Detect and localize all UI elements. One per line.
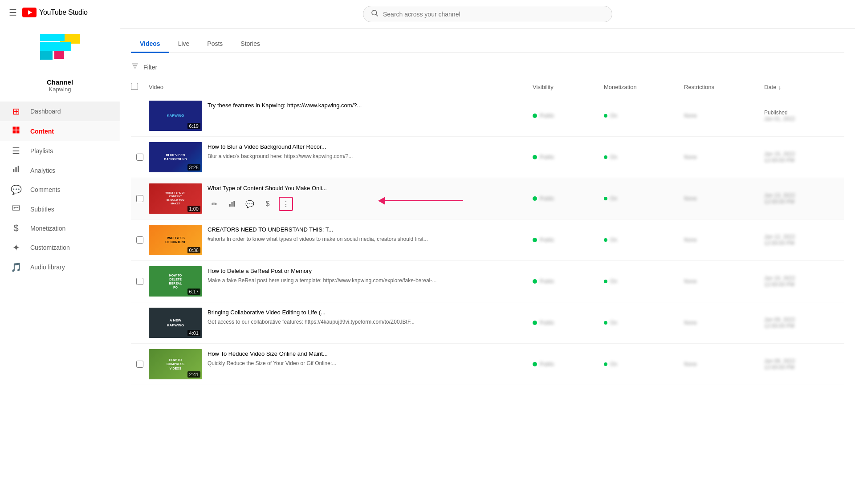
sidebar-item-customization[interactable]: ✦ Customization xyxy=(0,238,120,257)
visibility-dot xyxy=(533,114,537,118)
row-checkbox[interactable] xyxy=(136,236,143,244)
thumbnail: TWO TYPESOF CONTENT 0:36 xyxy=(149,225,202,255)
row-checkbox[interactable] xyxy=(136,278,143,285)
visibility-cell: Public xyxy=(533,195,604,202)
monetization-dot xyxy=(604,280,607,283)
svg-rect-2 xyxy=(13,127,16,130)
video-desc: #shorts In order to know what types of v… xyxy=(208,236,428,243)
monetization-cell: On xyxy=(604,320,684,326)
date-cell: Jan 15, 2022 12:00:00 PM xyxy=(764,151,844,163)
tab-posts[interactable]: Posts xyxy=(198,36,232,53)
thumbnail: KAPWING 6:19 xyxy=(149,101,202,131)
visibility-dot xyxy=(533,196,537,201)
svg-rect-11 xyxy=(16,207,19,208)
search-input[interactable] xyxy=(383,11,605,18)
monetization-cell: On xyxy=(604,195,684,202)
tab-live[interactable]: Live xyxy=(169,36,199,53)
visibility-cell: Public xyxy=(533,154,604,160)
video-info: How to Blur a Video Background After Rec… xyxy=(208,142,353,160)
sidebar-item-dashboard[interactable]: ⊞ Dashboard xyxy=(0,102,120,121)
avatar-block-cyan-top xyxy=(40,34,65,41)
video-title: How To Reduce Video Size Online and Main… xyxy=(208,350,336,358)
header-restrictions: Restrictions xyxy=(684,84,764,90)
audio-library-icon: 🎵 xyxy=(11,262,21,272)
hamburger-icon[interactable]: ☰ xyxy=(9,7,17,18)
restrictions-cell: None xyxy=(684,113,764,119)
tab-stories[interactable]: Stories xyxy=(232,36,269,53)
sidebar-item-content[interactable]: Content xyxy=(0,121,120,141)
thumbnail: WHAT TYPE OFCONTENTSHOULD YOUMAKE? 1:00 xyxy=(149,183,202,214)
visibility-cell: Public xyxy=(533,278,604,285)
search-box[interactable] xyxy=(363,6,612,22)
visibility-dot xyxy=(533,238,537,242)
video-cell: HOW TODELETEBEREALPO 6:17 How to Delete … xyxy=(149,266,533,297)
analytics-icon xyxy=(11,165,21,175)
monetization-button[interactable]: $ xyxy=(261,197,274,211)
date-cell: Jan 08, 2022 12:00:00 PM xyxy=(764,358,844,370)
sidebar-item-audio-library[interactable]: 🎵 Audio library xyxy=(0,257,120,277)
svg-rect-5 xyxy=(16,130,20,134)
svg-rect-12 xyxy=(14,209,15,210)
row-checkbox-cell xyxy=(131,361,149,368)
edit-button[interactable]: ✏ xyxy=(208,197,221,211)
sidebar-item-monetization[interactable]: $ Monetization xyxy=(0,219,120,238)
monetization-cell: On xyxy=(604,237,684,243)
video-info: Bringing Collaborative Video Editing to … xyxy=(208,308,415,326)
sidebar-item-analytics[interactable]: Analytics xyxy=(0,161,120,180)
thumbnail-label: KAPWING xyxy=(165,112,186,120)
svg-rect-7 xyxy=(16,167,17,172)
monetization-dot xyxy=(604,321,607,325)
row-checkbox[interactable] xyxy=(136,361,143,368)
visibility-text: Public xyxy=(540,154,554,160)
comments-button[interactable]: 💬 xyxy=(243,197,256,211)
sidebar-item-comments[interactable]: 💬 Comments xyxy=(0,180,120,199)
visibility-dot xyxy=(533,321,537,325)
channel-sub: Kapwing xyxy=(49,86,71,93)
logo-area: YouTube Studio xyxy=(22,8,88,17)
restrictions-cell: None xyxy=(684,278,764,285)
duration-badge: 6:17 xyxy=(187,289,200,295)
video-info: How To Reduce Video Size Online and Main… xyxy=(208,349,336,367)
monetization-dot xyxy=(604,362,607,366)
main-content: Videos Live Posts Stories Filter Video V… xyxy=(120,0,855,504)
table-row: KAPWING 6:19 Try these features in Kapwi… xyxy=(131,95,844,137)
sidebar-header: ☰ YouTube Studio xyxy=(0,0,120,25)
tab-videos[interactable]: Videos xyxy=(131,36,169,53)
sidebar-item-label-monetization: Monetization xyxy=(30,225,65,232)
svg-rect-19 xyxy=(232,202,233,207)
visibility-text: Public xyxy=(540,195,554,202)
duration-badge: 6:19 xyxy=(187,123,200,129)
svg-rect-3 xyxy=(16,127,20,130)
visibility-cell: Public xyxy=(533,237,604,243)
sidebar-item-subtitles[interactable]: Subtitles xyxy=(0,199,120,219)
analytics-button[interactable] xyxy=(225,197,239,211)
sidebar-item-label-content: Content xyxy=(30,128,54,135)
row-checkbox[interactable] xyxy=(136,154,143,161)
visibility-text: Public xyxy=(540,361,554,367)
sidebar-item-playlists[interactable]: ☰ Playlists xyxy=(0,141,120,161)
sidebar-item-label-customization: Customization xyxy=(30,244,70,251)
avatar-blocks xyxy=(40,34,80,61)
video-desc: Get access to our collaborative features… xyxy=(208,318,415,326)
comments-icon: 💬 xyxy=(11,184,21,195)
svg-rect-8 xyxy=(18,166,19,172)
svg-rect-18 xyxy=(229,204,231,207)
filter-icon xyxy=(131,62,139,72)
video-cell: WHAT TYPE OFCONTENTSHOULD YOUMAKE? 1:00 … xyxy=(149,183,533,214)
table-row: A NEWKAPWING 4:01 Bringing Collaborative… xyxy=(131,302,844,344)
restrictions-cell: None xyxy=(684,320,764,326)
svg-rect-20 xyxy=(233,201,235,207)
table-row: HOW TODELETEBEREALPO 6:17 How to Delete … xyxy=(131,261,844,302)
sidebar-item-label-subtitles: Subtitles xyxy=(30,206,54,213)
select-all-checkbox[interactable] xyxy=(131,83,138,90)
video-cell: BLUR VIDEOBACKGROUND 3:28 How to Blur a … xyxy=(149,142,533,172)
visibility-cell: Public xyxy=(533,320,604,326)
date-cell: Jan 12, 2022 12:00:00 PM xyxy=(764,234,844,246)
video-cell: A NEWKAPWING 4:01 Bringing Collaborative… xyxy=(149,308,533,338)
avatar-block-teal xyxy=(40,51,53,60)
more-options-button[interactable]: ⋮ xyxy=(279,197,293,211)
svg-line-14 xyxy=(376,14,378,16)
dashboard-icon: ⊞ xyxy=(11,106,21,117)
video-title: Try these features in Kapwing: https://w… xyxy=(208,102,362,110)
row-checkbox[interactable] xyxy=(136,195,143,202)
